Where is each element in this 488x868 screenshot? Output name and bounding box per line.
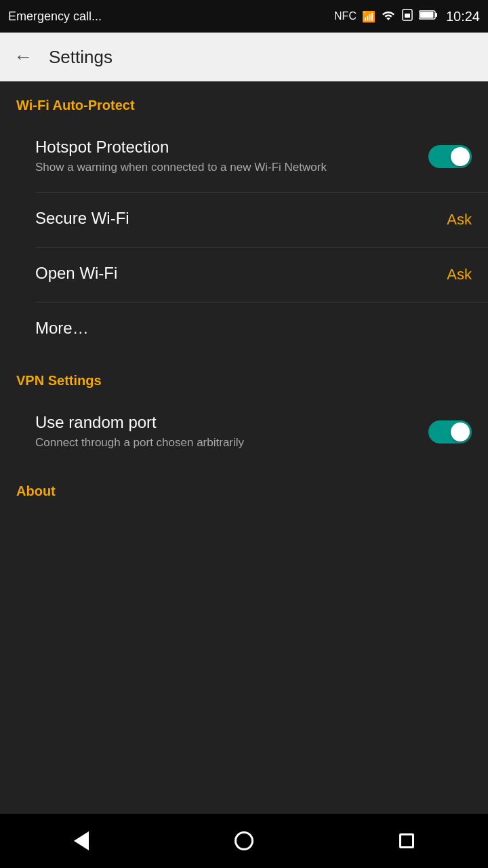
nav-home-button[interactable] (217, 814, 271, 868)
wifi-icon (381, 9, 396, 24)
secure-wifi-title: Secure Wi-Fi (35, 209, 433, 228)
open-wifi-item[interactable]: Open Wi-Fi Ask (0, 248, 488, 302)
hotspot-protection-subtitle: Show a warning when connected to a new W… (35, 159, 415, 176)
svg-rect-4 (420, 12, 433, 18)
use-random-port-item[interactable]: Use random port Connect through a port c… (0, 397, 488, 467)
nav-home-icon (235, 831, 253, 850)
status-bar: Emergency call... NFC 📶 10:24 (0, 0, 488, 33)
back-button[interactable]: ← (14, 46, 33, 68)
status-time: 10:24 (446, 9, 480, 24)
svg-rect-3 (435, 13, 437, 17)
use-random-port-subtitle: Connect through a port chosen arbitraril… (35, 435, 415, 451)
page-title: Settings (49, 47, 113, 68)
secure-wifi-value: Ask (447, 211, 472, 229)
toggle-knob-2 (451, 422, 470, 441)
nav-back-button[interactable] (54, 814, 108, 868)
open-wifi-title: Open Wi-Fi (35, 264, 433, 283)
secure-wifi-item[interactable]: Secure Wi-Fi Ask (0, 193, 488, 247)
sim-icon (401, 9, 413, 24)
nav-back-icon (74, 831, 89, 850)
nfc-icon: NFC (334, 10, 357, 22)
signal-icon: 📶 (362, 10, 375, 23)
battery-icon (419, 9, 438, 23)
settings-content: Wi-Fi Auto-Protect Hotspot Protection Sh… (0, 81, 488, 814)
hotspot-protection-toggle[interactable] (428, 145, 472, 168)
status-bar-icons: NFC 📶 10:24 (334, 9, 480, 24)
nav-recents-icon (399, 833, 414, 848)
emergency-call-text: Emergency call... (8, 9, 102, 24)
more-title: More… (35, 319, 458, 338)
use-random-port-toggle[interactable] (428, 420, 472, 443)
hotspot-protection-title: Hotspot Protection (35, 138, 415, 157)
svg-rect-1 (405, 14, 410, 18)
wifi-section-header: Wi-Fi Auto-Protect (0, 81, 488, 121)
app-bar: ← Settings (0, 33, 488, 81)
hotspot-protection-item[interactable]: Hotspot Protection Show a warning when c… (0, 121, 488, 192)
nav-recents-button[interactable] (380, 814, 434, 868)
more-item[interactable]: More… (0, 302, 488, 357)
about-section-header: About (0, 467, 488, 507)
nav-bar (0, 814, 488, 868)
open-wifi-value: Ask (447, 266, 472, 283)
toggle-knob (451, 147, 470, 166)
use-random-port-title: Use random port (35, 413, 415, 432)
vpn-section-header: VPN Settings (0, 357, 488, 397)
